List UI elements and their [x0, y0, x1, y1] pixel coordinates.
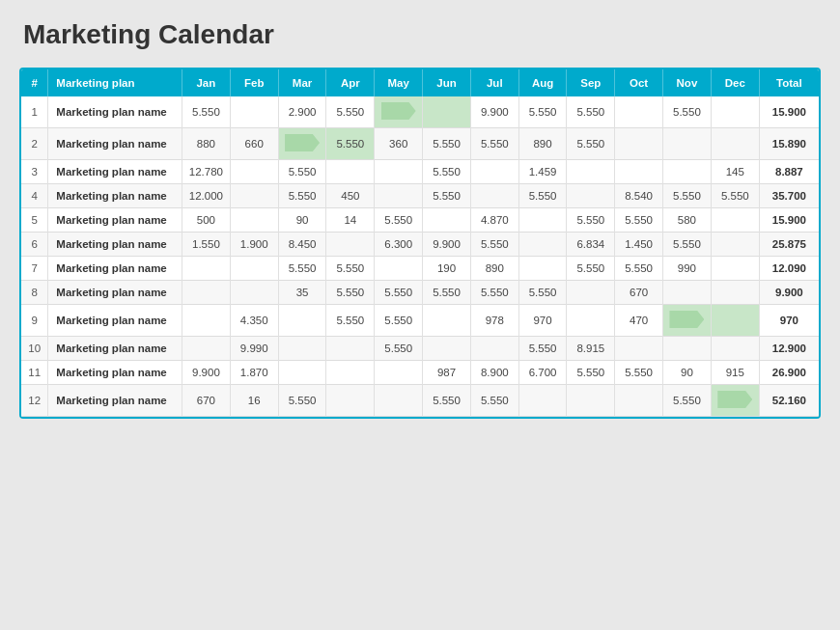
cell-oct: 670 — [615, 281, 663, 305]
table-row: 4Marketing plan name12.0005.5504505.5505… — [21, 184, 819, 208]
cell-nov: 5.550 — [662, 184, 711, 208]
cell-aug: 1.459 — [518, 160, 567, 184]
cell-jun: 5.550 — [423, 385, 471, 417]
cell-may: 5.550 — [375, 208, 423, 233]
cell-oct: 470 — [615, 305, 663, 337]
cell-dec — [711, 385, 759, 417]
cell-num: 4 — [21, 184, 48, 208]
cell-sep: 5.550 — [567, 128, 615, 160]
cell-mar: 5.550 — [278, 184, 326, 208]
cell-mar: 35 — [278, 281, 326, 305]
cell-total: 25.875 — [759, 233, 819, 257]
cell-plan-name: Marketing plan name — [48, 128, 182, 160]
table-header-row: # Marketing plan Jan Feb Mar Apr May Jun… — [21, 69, 819, 96]
cell-apr — [326, 361, 375, 385]
cell-feb: 660 — [230, 128, 278, 160]
cell-jul: 5.550 — [470, 385, 518, 417]
cell-num: 1 — [21, 96, 48, 128]
cell-aug: 5.550 — [518, 281, 567, 305]
cell-plan-name: Marketing plan name — [48, 281, 182, 305]
arrow-icon — [717, 391, 752, 408]
cell-plan-name: Marketing plan name — [48, 337, 182, 361]
header-feb: Feb — [230, 69, 278, 96]
cell-feb — [230, 281, 278, 305]
cell-may: 5.550 — [375, 281, 423, 305]
cell-dec — [711, 337, 759, 361]
arrow-icon — [285, 134, 320, 151]
cell-nov — [662, 160, 711, 184]
cell-jun: 5.550 — [423, 184, 471, 208]
cell-dec: 145 — [711, 160, 759, 184]
cell-dec — [711, 233, 759, 257]
cell-jan — [182, 337, 230, 361]
cell-jul — [470, 337, 518, 361]
cell-dec — [711, 257, 759, 281]
cell-sep: 5.550 — [567, 208, 615, 233]
cell-nov: 5.550 — [662, 96, 711, 128]
cell-may — [375, 184, 423, 208]
cell-num: 11 — [21, 361, 48, 385]
cell-sep — [567, 305, 615, 337]
header-jun: Jun — [423, 69, 471, 96]
cell-sep: 6.834 — [567, 233, 615, 257]
cell-may — [375, 160, 423, 184]
cell-apr — [326, 385, 375, 417]
header-jul: Jul — [470, 69, 518, 96]
cell-apr: 5.550 — [326, 257, 375, 281]
cell-jun: 190 — [423, 257, 471, 281]
cell-num: 10 — [21, 337, 48, 361]
cell-jul: 5.550 — [470, 128, 518, 160]
cell-oct — [615, 96, 663, 128]
header-oct: Oct — [615, 69, 663, 96]
cell-oct: 5.550 — [615, 361, 663, 385]
cell-jul: 9.900 — [470, 96, 518, 128]
cell-may — [375, 385, 423, 417]
cell-jan — [182, 257, 230, 281]
cell-dec: 915 — [711, 361, 759, 385]
cell-aug — [518, 385, 567, 417]
cell-num: 3 — [21, 160, 48, 184]
arrow-icon — [381, 102, 416, 120]
cell-sep: 5.550 — [567, 96, 615, 128]
cell-sep — [567, 184, 615, 208]
cell-aug: 5.550 — [518, 337, 567, 361]
cell-aug: 970 — [518, 305, 567, 337]
cell-total: 15.900 — [759, 96, 819, 128]
cell-dec — [711, 305, 759, 337]
cell-mar: 2.900 — [278, 96, 326, 128]
cell-aug — [518, 257, 567, 281]
cell-sep — [567, 160, 615, 184]
cell-nov — [662, 305, 711, 337]
cell-nov — [662, 281, 711, 305]
cell-plan-name: Marketing plan name — [48, 257, 182, 281]
cell-jun — [423, 208, 471, 233]
header-total: Total — [759, 69, 819, 96]
cell-total: 12.900 — [759, 337, 819, 361]
cell-jan — [182, 281, 230, 305]
header-plan: Marketing plan — [48, 69, 182, 96]
cell-jul: 8.900 — [470, 361, 518, 385]
cell-dec — [711, 96, 759, 128]
cell-apr — [326, 233, 375, 257]
header-aug: Aug — [518, 69, 567, 96]
cell-apr — [326, 337, 375, 361]
cell-jan: 12.000 — [182, 184, 230, 208]
cell-oct — [615, 160, 663, 184]
cell-mar — [278, 128, 326, 160]
cell-jul — [470, 160, 518, 184]
cell-jan: 500 — [182, 208, 230, 233]
cell-apr: 5.550 — [326, 305, 375, 337]
table-row: 10Marketing plan name9.9905.5505.5508.91… — [21, 337, 819, 361]
cell-oct: 1.450 — [615, 233, 663, 257]
cell-may — [375, 361, 423, 385]
cell-jul: 5.550 — [470, 281, 518, 305]
cell-total: 35.700 — [759, 184, 819, 208]
cell-may: 5.550 — [375, 305, 423, 337]
cell-jun — [423, 96, 471, 128]
table-row: 12Marketing plan name670165.5505.5505.55… — [21, 385, 819, 417]
header-dec: Dec — [711, 69, 759, 96]
cell-plan-name: Marketing plan name — [48, 361, 182, 385]
header-nov: Nov — [662, 69, 711, 96]
cell-jan — [182, 305, 230, 337]
cell-mar — [278, 337, 326, 361]
